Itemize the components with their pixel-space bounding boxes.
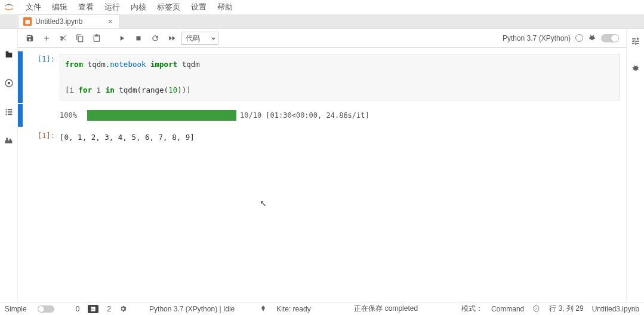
debug-panel-icon[interactable] — [630, 63, 641, 74]
toc-icon[interactable] — [4, 106, 14, 117]
progress-label: 10/10 [01:30<00:00, 24.86s/it] — [240, 111, 369, 120]
mode-label: 模式： — [461, 304, 483, 314]
code-editor[interactable]: from tqdm.notebook import tqdm [i for i … — [60, 54, 620, 100]
left-sidebar — [0, 29, 18, 302]
svg-rect-4 — [8, 109, 12, 110]
run-all-icon[interactable] — [165, 31, 179, 45]
terminals-count[interactable]: 2 — [107, 305, 111, 313]
notebook-body[interactable]: [1]: from tqdm.notebook import tqdm [i f… — [18, 48, 626, 302]
cell-gutter-active — [18, 104, 23, 127]
warnings-count[interactable]: 0 — [76, 305, 80, 313]
running-icon[interactable] — [4, 78, 14, 88]
menu-file[interactable]: 文件 — [20, 1, 47, 14]
cell-gutter — [18, 128, 23, 146]
output-text: [0, 1, 2, 3, 4, 5, 6, 7, 8, 9] — [60, 130, 620, 144]
code-cell[interactable]: [1]: from tqdm.notebook import tqdm [i f… — [18, 51, 620, 103]
terminal-badge[interactable] — [88, 305, 98, 313]
kite-icon — [260, 305, 268, 313]
svg-rect-9 — [137, 36, 141, 40]
debugger-toggle[interactable] — [601, 34, 619, 42]
close-icon[interactable]: × — [107, 17, 114, 26]
extensions-icon[interactable] — [4, 135, 14, 146]
svg-rect-7 — [5, 114, 7, 115]
cut-icon[interactable] — [56, 31, 70, 45]
files-icon[interactable] — [4, 49, 14, 60]
svg-rect-8 — [8, 114, 12, 115]
svg-rect-3 — [5, 109, 7, 110]
status-settings-icon[interactable] — [119, 305, 128, 313]
stop-icon[interactable] — [131, 31, 146, 45]
progress-percent: 100% — [60, 111, 84, 120]
kernel-status-icon — [575, 34, 583, 42]
svg-rect-6 — [8, 111, 12, 112]
tab-strip: ▦ Untitled3.ipynb × — [0, 14, 644, 29]
menu-tabs[interactable]: 标签页 — [152, 1, 186, 14]
menu-edit[interactable]: 编辑 — [47, 1, 73, 14]
empty-prompt — [23, 104, 60, 127]
notebook-icon: ▦ — [23, 17, 32, 26]
kernel-name: Python 3.7 (XPython) — [503, 34, 571, 42]
menu-help[interactable]: 帮助 — [212, 1, 238, 14]
menu-bar: 文件 编辑 查看 运行 内核 标签页 设置 帮助 — [0, 0, 644, 14]
debugger-icon[interactable] — [588, 34, 596, 42]
output-cell: [1]: [0, 1, 2, 3, 4, 5, 6, 7, 8, 9] — [18, 128, 620, 146]
status-bar: Simple 0 2 Python 3.7 (XPython) | Idle K… — [0, 302, 644, 315]
tab-untitled3[interactable]: ▦ Untitled3.ipynb × — [18, 14, 119, 28]
menu-kernel[interactable]: 内核 — [125, 1, 152, 14]
cursor-position[interactable]: 行 3, 列 29 — [549, 304, 583, 314]
kernel-status-text[interactable]: Python 3.7 (XPython) | Idle — [149, 305, 235, 313]
output-progress-row: 100% 10/10 [01:30<00:00, 24.86s/it] — [18, 104, 620, 127]
copy-icon[interactable] — [73, 31, 87, 45]
output-prompt: [1]: — [23, 128, 60, 146]
kernel-indicator[interactable]: Python 3.7 (XPython) — [503, 34, 621, 42]
menu-view[interactable]: 查看 — [73, 1, 99, 14]
kite-status[interactable]: Kite: ready — [276, 305, 310, 313]
restart-icon[interactable] — [148, 31, 162, 45]
cell-gutter-active — [18, 51, 23, 103]
notebook-panel: 代码 Python 3.7 (XPython) [1]: from tqdm.n… — [18, 29, 626, 302]
input-prompt: [1]: — [23, 51, 60, 103]
save-status: 正在保存 completed — [354, 304, 418, 314]
menu-settings[interactable]: 设置 — [186, 1, 212, 14]
svg-rect-2 — [8, 82, 10, 84]
svg-rect-5 — [5, 111, 7, 112]
mode-value[interactable]: Command — [491, 305, 524, 313]
jupyter-logo-icon — [4, 2, 14, 13]
run-icon[interactable] — [115, 31, 129, 45]
tab-label: Untitled3.ipynb — [35, 17, 82, 26]
trust-icon[interactable] — [532, 305, 541, 313]
progress-bar — [87, 110, 236, 121]
simple-mode-toggle[interactable] — [38, 305, 54, 313]
paste-icon[interactable] — [90, 31, 104, 45]
save-icon[interactable] — [23, 31, 37, 45]
add-cell-icon[interactable] — [39, 31, 54, 45]
right-sidebar — [626, 29, 644, 302]
simple-mode-label: Simple — [5, 305, 27, 313]
cell-type-select[interactable]: 代码 — [181, 32, 218, 45]
status-filename[interactable]: Untitled3.ipynb — [592, 305, 639, 313]
menu-run[interactable]: 运行 — [99, 1, 125, 14]
toolbar: 代码 Python 3.7 (XPython) — [18, 29, 626, 48]
settings-icon[interactable] — [630, 36, 641, 47]
